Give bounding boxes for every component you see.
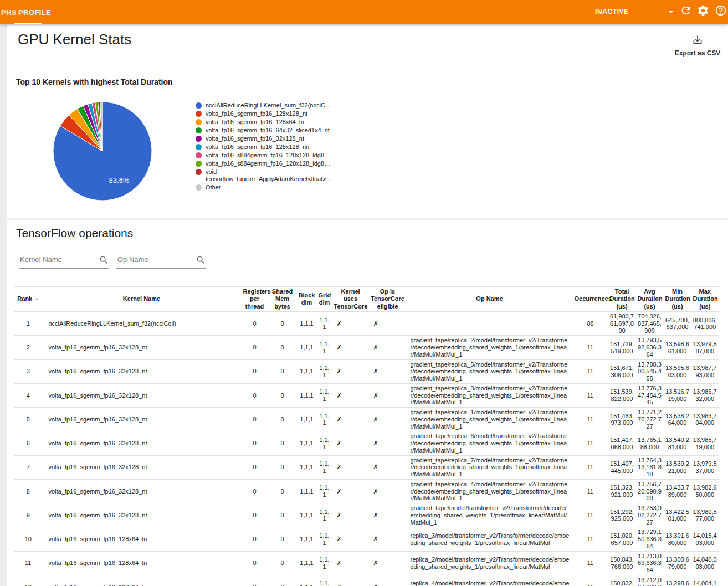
table-row: 3volta_fp16_sgemm_fp16_32x128_nt001,1,11…	[14, 359, 719, 383]
header-min-duration[interactable]: Min Duration (us)	[664, 287, 691, 312]
cell-shared-mem-bytes: 0	[268, 312, 297, 336]
legend-swatch-icon	[196, 102, 202, 109]
legend-item: Other	[196, 184, 306, 191]
header-occurrences[interactable]: Occurrences	[573, 287, 608, 312]
cell-grid-dim: 1,1,1	[317, 551, 332, 575]
cell-occurrences: 11	[573, 359, 608, 383]
header-registers-per-thread[interactable]: Registers per thread	[242, 287, 268, 312]
cell-max-duration: 13,985,719,000	[691, 431, 719, 455]
cell-op-tensorcore-eligible: ✗	[369, 551, 407, 575]
cell-registers-per-thread: 0	[242, 408, 268, 431]
cell-shared-mem-bytes: 0	[268, 431, 297, 455]
settings-button[interactable]	[697, 4, 709, 17]
cell-kernel-name: volta_fp16_sgemm_fp16_32x128_nt	[42, 455, 242, 479]
header-label: Kernel Name	[123, 295, 160, 302]
chevron-down-icon	[668, 11, 674, 13]
cell-shared-mem-bytes: 0	[268, 527, 297, 551]
export-csv-label: Export as CSV	[663, 49, 728, 57]
cell-kernel-name: volta_fp16_sgemm_fp16_32x128_nt	[42, 336, 242, 359]
header-op-tensorcore-eligible[interactable]: Op is TensorCore eligible	[369, 287, 407, 312]
header-label: Avg Duration (us)	[638, 288, 663, 310]
kernel-name-input[interactable]	[19, 253, 109, 269]
header-label: Total Duration (us)	[610, 288, 635, 310]
table-row: 2volta_fp16_sgemm_fp16_32x128_nt001,1,11…	[14, 336, 719, 359]
export-csv-button[interactable]: Export as CSV	[663, 34, 728, 57]
cell-max-duration: 13,982,650,000	[691, 479, 719, 503]
header-avg-duration[interactable]: Avg Duration (us)	[636, 287, 664, 312]
legend-item: volta_fp16_sgemm_fp16_128x128_nt	[196, 110, 306, 117]
cell-op-tensorcore-eligible: ✗	[369, 431, 407, 455]
cell-min-duration: 645,700,637,000	[664, 312, 691, 336]
cell-occurrences: 11	[573, 408, 608, 431]
cell-kernel-name: volta_fp16_sgemm_fp16_32x128_nt	[42, 408, 242, 431]
cell-op-tensorcore-eligible: ✗	[369, 408, 407, 431]
cell-block-dim: 1,1,1	[297, 455, 317, 479]
run-selector[interactable]: INACTIVE	[595, 6, 676, 17]
cell-kernel-name: volta_fp16_sgemm_fp16_32x128_nt	[42, 431, 242, 455]
help-button[interactable]	[715, 4, 727, 17]
cell-op-tensorcore-eligible: ✗	[369, 527, 407, 551]
cell-avg-duration: 13,756,720,090.909	[636, 479, 664, 503]
cell-total-duration: 61,980,761,697,000	[608, 312, 636, 336]
cell-rank: 11	[14, 551, 42, 575]
cell-max-duration: 13,979,537,000	[691, 455, 719, 479]
cell-kernel-name: volta_fp16_sgemm_fp16_32x128_nt	[42, 359, 242, 383]
header-kernel-name[interactable]: Kernel Name	[42, 287, 242, 312]
cell-total-duration: 151,020,657,000	[608, 527, 636, 551]
active-tab-indicator	[14, 23, 42, 24]
cell-registers-per-thread: 0	[242, 575, 268, 586]
refresh-button[interactable]	[680, 4, 692, 17]
cell-min-duration: 13,540,281,000	[664, 431, 691, 455]
table-row: 1ncclAllReduceRingLLKernel_sum_f32(ncclC…	[14, 312, 719, 336]
cell-kernel-name: volta_fp16_sgemm_fp16_128x64_tn	[42, 575, 242, 586]
cell-registers-per-thread: 0	[242, 479, 268, 503]
legend-item: volta_fp16_s884gemm_fp16_128x128_ldg8…	[196, 160, 306, 167]
header-rank[interactable]: Rank▲	[14, 287, 42, 312]
legend-label: volta_fp16_sgemm_fp16_128x64_tn	[206, 119, 304, 126]
cell-occurrences: 11	[573, 575, 608, 586]
cell-kernel-uses-tensorcore: ✗	[332, 408, 369, 431]
cell-grid-dim: 1,1,1	[317, 336, 332, 359]
cell-max-duration: 13,986,732,000	[691, 383, 719, 407]
cell-kernel-name: ncclAllReduceRingLLKernel_sum_f32(ncclCo…	[42, 312, 242, 336]
cell-op-tensorcore-eligible: ✗	[369, 455, 407, 479]
cell-rank: 7	[14, 455, 42, 479]
cell-grid-dim: 1,1,1	[317, 455, 332, 479]
cell-op-name: replica_4/model/transformer_v2/Transform…	[407, 575, 573, 586]
cell-shared-mem-bytes: 0	[268, 503, 297, 527]
cell-op-name: gradient_tape/replica_6/model/transforme…	[407, 431, 573, 455]
legend-label: void tensorflow::functor::ApplyAdamKerne…	[206, 168, 332, 183]
legend-swatch-icon	[196, 169, 202, 175]
tab-graphs-partial[interactable]: PHS	[1, 0, 17, 24]
cell-occurrences: 88	[573, 312, 608, 336]
header-shared-mem-bytes[interactable]: Shared Mem bytes	[268, 287, 297, 312]
table-row: 7volta_fp16_sgemm_fp16_32x128_nt001,1,11…	[14, 455, 719, 479]
cell-block-dim: 1,1,1	[297, 431, 317, 455]
cell-min-duration: 13,598,661,000	[664, 336, 691, 359]
cell-min-duration: 13,300,679,000	[664, 551, 691, 575]
cell-shared-mem-bytes: 0	[268, 551, 297, 575]
cell-registers-per-thread: 0	[242, 527, 268, 551]
cell-shared-mem-bytes: 0	[268, 479, 297, 503]
header-total-duration[interactable]: Total Duration (us)	[608, 287, 636, 312]
header-op-name[interactable]: Op Name	[407, 287, 573, 312]
header-grid-dim[interactable]: Grid dim	[317, 287, 332, 312]
table-row: 5volta_fp16_sgemm_fp16_32x128_nt001,1,11…	[14, 408, 719, 431]
cell-rank: 8	[14, 479, 42, 503]
header-label: Max Duration (us)	[693, 288, 718, 310]
cell-occurrences: 11	[573, 455, 608, 479]
op-name-input[interactable]	[116, 253, 206, 269]
header-block-dim[interactable]: Block dim	[297, 287, 317, 312]
header-max-duration[interactable]: Max Duration (us)	[691, 287, 719, 312]
cell-block-dim: 1,1,1	[297, 527, 317, 551]
cell-occurrences: 11	[573, 336, 608, 359]
cell-grid-dim: 1,1,1	[317, 359, 332, 383]
tab-profile[interactable]: PROFILE	[18, 0, 51, 24]
cell-avg-duration: 13,712,037,090.909	[636, 575, 664, 586]
cell-avg-duration: 13,764,313,181.818	[636, 455, 664, 479]
header-kernel-uses-tensorcore[interactable]: Kernel uses TensorCore	[332, 287, 369, 312]
cell-block-dim: 1,1,1	[297, 479, 317, 503]
cell-kernel-name: volta_fp16_sgemm_fp16_128x64_tn	[42, 551, 242, 575]
cell-registers-per-thread: 0	[242, 359, 268, 383]
cell-shared-mem-bytes: 0	[268, 359, 297, 383]
